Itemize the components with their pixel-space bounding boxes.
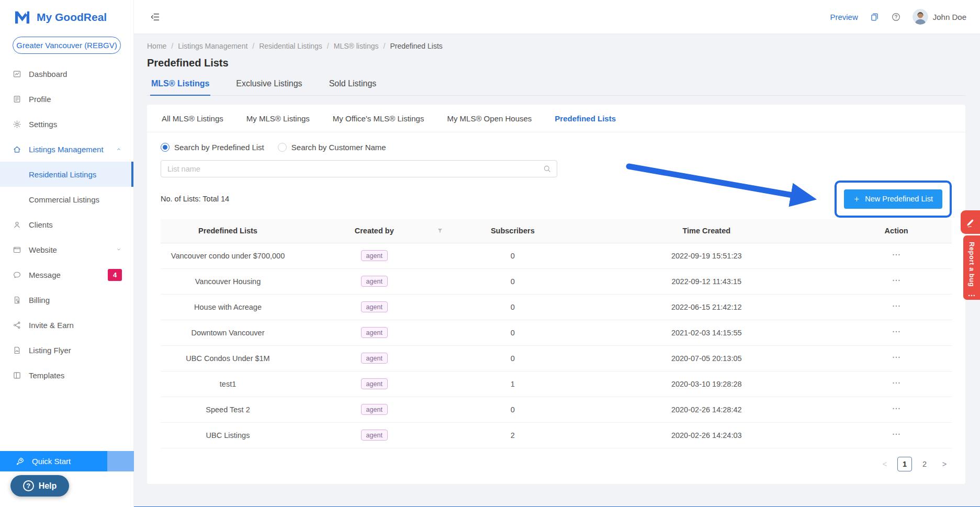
report-bug-tab [961, 210, 980, 234]
sidebar-item-dashboard[interactable]: Dashboard [0, 61, 133, 86]
sidebar-item-label: Settings [29, 120, 122, 129]
pagination: <12> [161, 457, 952, 484]
column-header-subscribers: Subscribers [453, 219, 572, 243]
breadcrumb-separator: / [252, 42, 254, 50]
more-actions-icon[interactable] [891, 301, 902, 311]
subscribers-count: 0 [453, 243, 572, 268]
subscribers-count: 0 [453, 345, 572, 371]
sidebar-item-listing-flyer[interactable]: Listing Flyer [0, 337, 133, 363]
table-row: House with Acreageagent02022-06-15 21:42… [161, 294, 952, 320]
more-actions-icon[interactable] [891, 378, 902, 388]
subtab-all-mls-listings[interactable]: All MLS® Listings [161, 105, 224, 132]
page-title: Predefined Lists [147, 57, 965, 69]
sidebar-item-profile[interactable]: Profile [0, 86, 133, 111]
listing-flyer-icon [13, 346, 21, 355]
search-row [161, 160, 557, 177]
preview-pages-icon[interactable] [870, 12, 880, 22]
page-content: Home/Listings Management/Residential Lis… [134, 33, 980, 507]
help-circle-icon[interactable] [891, 12, 901, 22]
sidebar-item-billing[interactable]: Billing [0, 287, 133, 312]
report-bug-ribbon[interactable]: Report a bug … [961, 210, 980, 300]
pagination-prev-icon[interactable]: < [877, 457, 892, 471]
more-actions-icon[interactable] [891, 326, 902, 337]
column-header-label: Action [885, 227, 908, 235]
new-predefined-list-button[interactable]: New Predefined List [844, 189, 942, 209]
sidebar-item-label: Message [29, 271, 100, 279]
pagination-next-icon[interactable]: > [937, 457, 952, 471]
sidebar-item-label: Commercial Listings [29, 195, 122, 204]
sidebar-item-invite-earn[interactable]: Invite & Earn [0, 312, 133, 337]
more-actions-icon[interactable] [891, 403, 902, 414]
breadcrumb-predefined-lists: Predefined Lists [390, 42, 442, 50]
more-actions-icon[interactable] [891, 429, 902, 440]
created-by-tag: agent [361, 276, 388, 287]
predefined-lists-table: Predefined ListsCreated bySubscribersTim… [161, 219, 952, 448]
content-card: All MLS® ListingsMy MLS® ListingsMy Offi… [147, 105, 965, 484]
time-created: 2022-06-15 21:42:12 [572, 294, 841, 320]
list-count: No. of Lists: Total 14 [161, 195, 229, 203]
filter-icon[interactable] [436, 227, 444, 234]
action-band: No. of Lists: Total 14 New Predefined Li… [161, 179, 952, 218]
brand-name: My GoodReal [37, 11, 107, 24]
question-icon: ? [23, 480, 34, 491]
more-actions-icon[interactable] [891, 250, 902, 260]
table-row: Vancouver Housingagent02022-09-12 11:43:… [161, 268, 952, 294]
breadcrumb-home[interactable]: Home [147, 42, 166, 50]
pagination-page-2[interactable]: 2 [917, 457, 932, 471]
search-input[interactable] [161, 160, 557, 177]
user-menu[interactable]: John Doe [913, 9, 966, 25]
sub-tabs: All MLS® ListingsMy MLS® ListingsMy Offi… [147, 105, 965, 132]
more-actions-icon[interactable] [891, 352, 902, 363]
tab-mls-listings[interactable]: MLS® Listings [150, 77, 210, 95]
subtab-my-office-s-mls-listings[interactable]: My Office's MLS® Listings [332, 105, 425, 132]
sidebar-item-listings-management[interactable]: Listings Management [0, 137, 133, 162]
message-icon [13, 271, 21, 279]
tab-sold-listings[interactable]: Sold Listings [328, 77, 378, 95]
annotation-highlight-box: New Predefined List [835, 181, 952, 218]
subtab-my-mls-listings[interactable]: My MLS® Listings [245, 105, 311, 132]
breadcrumb-separator: / [171, 42, 173, 50]
table-row: Downtown Vancouveragent02021-02-03 14:15… [161, 320, 952, 345]
pagination-page-1[interactable]: 1 [897, 457, 912, 471]
subscribers-count: 1 [453, 371, 572, 397]
radio-checked-icon [161, 143, 170, 152]
report-bug-body: Report a bug … [963, 235, 980, 300]
breadcrumb-listings-management[interactable]: Listings Management [178, 42, 247, 50]
sidebar-item-website[interactable]: Website [0, 237, 133, 262]
table-header-row: Predefined ListsCreated bySubscribersTim… [161, 219, 952, 243]
radio-search-by-predefined-list[interactable]: Search by Predefined List [161, 143, 264, 152]
preview-link[interactable]: Preview [830, 13, 858, 21]
sidebar-item-residential-listings[interactable]: Residential Listings [0, 162, 133, 187]
sidebar: My GoodReal Greater Vancouver (REBGV) Da… [0, 0, 134, 507]
help-button[interactable]: ? Help [10, 475, 69, 497]
mygoodreal-logo-icon [14, 9, 31, 25]
sidebar-item-message[interactable]: Message4 [0, 262, 133, 287]
brand[interactable]: My GoodReal [0, 0, 133, 25]
topbar-right: Preview John Doe [830, 9, 966, 25]
table-row: Speed Test 2agent02020-02-26 14:28:42 [161, 397, 952, 422]
sidebar-item-label: Listing Flyer [29, 346, 122, 355]
breadcrumb-residential-listings[interactable]: Residential Listings [259, 42, 322, 50]
board-selector[interactable]: Greater Vancouver (REBGV) [13, 37, 121, 54]
subtab-predefined-lists[interactable]: Predefined Lists [554, 105, 617, 132]
sidebar-item-label: Residential Listings [29, 170, 122, 179]
quick-start-label: Quick Start [32, 457, 71, 466]
search-icon[interactable] [543, 164, 551, 173]
more-actions-icon[interactable] [891, 275, 902, 286]
billing-icon [13, 296, 21, 305]
list-name: Speed Test 2 [161, 397, 295, 422]
sidebar-item-clients[interactable]: Clients [0, 212, 133, 237]
sidebar-item-templates[interactable]: Templates [0, 363, 133, 388]
listings-management-icon [13, 145, 21, 154]
subtab-my-mls-open-houses[interactable]: My MLS® Open Houses [446, 105, 533, 132]
sidebar-item-commercial-listings[interactable]: Commercial Listings [0, 187, 133, 212]
quick-start-button[interactable]: Quick Start [0, 451, 134, 471]
radio-search-by-customer-name[interactable]: Search by Customer Name [278, 143, 386, 152]
time-created: 2022-09-19 15:51:23 [572, 243, 841, 268]
sidebar-item-label: Dashboard [29, 70, 122, 78]
report-bug-label: Report a bug [968, 242, 976, 287]
menu-fold-icon[interactable] [150, 12, 161, 22]
breadcrumb-mls-listings[interactable]: MLS® listings [334, 42, 379, 50]
sidebar-item-settings[interactable]: Settings [0, 111, 133, 137]
tab-exclusive-listings[interactable]: Exclusive Listings [235, 77, 303, 95]
